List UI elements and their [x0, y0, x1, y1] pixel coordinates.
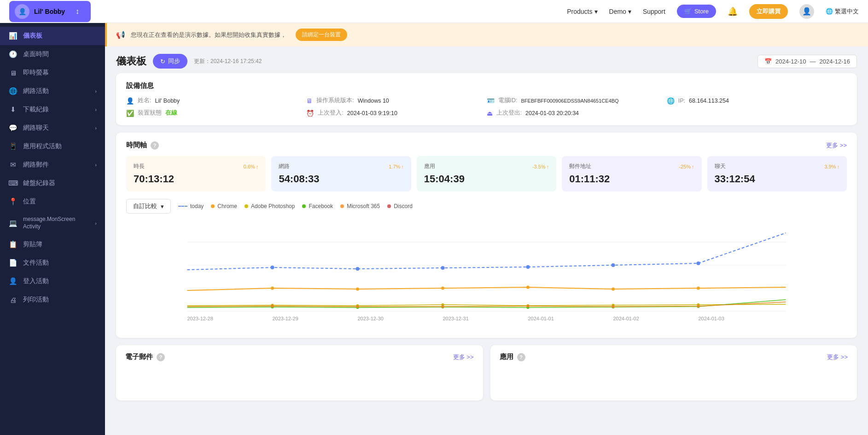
sync-icon: ↻ [160, 58, 165, 65]
mail-icon: ✉ [8, 161, 17, 169]
demo-banner: 📢 您現在正在查看的是演示數據。如果想開始收集真實數據， 請綁定一台裝置 [105, 23, 868, 46]
chart-controls: 自訂比較 ▾ today Chrome Adobe Photoshop [126, 199, 847, 214]
svg-text:2023-12-28: 2023-12-28 [187, 316, 213, 321]
date-range-picker[interactable]: 📅 2024-12-10 — 2024-12-16 [757, 55, 857, 68]
monitor-icon: 🖥 [306, 97, 313, 104]
screen-icon: 💻 [8, 219, 17, 227]
sidebar-item-monscreen[interactable]: 💻 message.MonScreen Activity › [0, 211, 105, 235]
svg-point-8 [612, 263, 615, 267]
user-circle-icon: 👤 [126, 97, 134, 104]
app-more-link[interactable]: 更多 >> [827, 353, 848, 361]
sidebar-item-file-activity[interactable]: 📄 文件活動 [0, 254, 105, 272]
store-icon: 🛒 [684, 8, 692, 15]
svg-point-28 [271, 305, 274, 307]
chevron-right-icon: › [95, 162, 97, 168]
dashboard-header: 儀表板 ↻ 同步 更新：2024-12-16 17:25:42 📅 2024-1… [105, 46, 868, 73]
stat-label-chat: 聊天 3.9% ↑ [715, 162, 839, 170]
logo-icon-btn[interactable]: ↕ [70, 4, 85, 19]
date-from: 2024-12-10 [775, 58, 806, 65]
bind-device-button[interactable]: 請綁定一台裝置 [296, 29, 347, 41]
email-card-title: 電子郵件 ? [125, 353, 165, 361]
nav-support[interactable]: Support [643, 8, 665, 15]
bottom-cards: 電子郵件 ? 更多 >> 應用 ? 更多 >> [116, 345, 857, 400]
sidebar-item-network-activity[interactable]: 🌐 網路活動 › [0, 82, 105, 100]
svg-point-4 [271, 266, 274, 269]
status-icon: ✅ [126, 110, 134, 117]
sidebar-item-web-mail[interactable]: ✉ 網路郵件 › [0, 156, 105, 174]
email-more-link[interactable]: 更多 >> [453, 353, 474, 361]
language-selector[interactable]: 🌐 繁選中文 [826, 7, 859, 16]
banner-text: 您現在正在查看的是演示數據。如果想開始收集真實數據， [131, 31, 286, 39]
chevron-right-icon: › [95, 107, 97, 112]
chart-dropdown[interactable]: 自訂比較 ▾ [126, 199, 171, 214]
svg-point-30 [442, 305, 444, 308]
megaphone-icon: 📢 [116, 30, 125, 39]
chevron-down-icon: ▾ [628, 8, 631, 15]
clock-icon: 🕐 [8, 50, 17, 58]
user-icon: 👤 [8, 277, 17, 285]
top-navigation: 👤 Lil' Bobby ↕ Products ▾ Demo ▾ Support… [0, 0, 868, 23]
svg-point-29 [356, 305, 359, 308]
chevron-right-icon: › [95, 125, 97, 131]
legend-facebook: Facebook [302, 203, 333, 209]
app-card-title: 應用 ? [500, 353, 525, 361]
keyboard-icon: ⌨ [8, 179, 17, 187]
svg-text:2024-01-03: 2024-01-03 [699, 316, 724, 321]
nav-demo[interactable]: Demo ▾ [609, 8, 631, 15]
sidebar-item-clipboard[interactable]: 📋 剪貼簿 [0, 235, 105, 254]
stat-label-duration: 時長 0.6% ↑ [134, 162, 258, 170]
device-status: ✅ 裝置狀態 在線 [126, 109, 306, 117]
svg-point-7 [526, 265, 530, 269]
timeline-title: 時間軸 ? [126, 141, 159, 150]
svg-text:2023-12-31: 2023-12-31 [443, 316, 469, 321]
stat-card-network: 網路 1.7% ↑ 54:08:33 [271, 156, 411, 191]
device-info-card: 設備信息 👤 姓名: Lil' Bobby 🖥 操作系統版本: Windows … [116, 73, 857, 125]
timeline-help-icon[interactable]: ? [151, 141, 159, 150]
app-help-icon[interactable]: ? [517, 353, 525, 361]
user-avatar[interactable]: 👤 [799, 4, 814, 19]
sidebar-item-print-activity[interactable]: 🖨 列印活動 [0, 290, 105, 309]
legend-dot-microsoft [340, 204, 344, 208]
notification-bell-icon[interactable]: 🔔 [728, 6, 738, 17]
arrow-up-icon: ↑ [256, 164, 259, 169]
stat-card-email: 郵件地址 -25% ↑ 01:11:32 [562, 156, 701, 191]
sidebar-item-keyboard[interactable]: ⌨ 鍵盤紀錄器 [0, 174, 105, 192]
email-help-icon[interactable]: ? [157, 353, 165, 361]
stat-change-network: 1.7% ↑ [389, 164, 404, 169]
svg-text:2024-01-01: 2024-01-01 [528, 316, 554, 321]
svg-point-32 [612, 305, 615, 308]
print-icon: 🖨 [8, 296, 17, 304]
sidebar-item-location[interactable]: 📍 位置 [0, 192, 105, 211]
content-area: 📢 您現在正在查看的是演示數據。如果想開始收集真實數據， 請綁定一台裝置 儀表板… [105, 23, 868, 435]
svg-text:2024-01-02: 2024-01-02 [613, 316, 639, 321]
calendar-icon: 📅 [764, 58, 772, 65]
sidebar-item-network-chat[interactable]: 💬 網路聊天 › [0, 119, 105, 137]
legend-discord: Discord [387, 203, 413, 209]
sidebar-item-dashboard[interactable]: 📊 儀表板 [0, 27, 105, 45]
store-button[interactable]: 🛒 Store [677, 5, 716, 18]
device-last-login: ⏰ 上次登入: 2024-01-03 9:19:10 [306, 109, 486, 117]
svg-point-5 [356, 267, 360, 271]
svg-point-15 [697, 287, 700, 290]
download-icon: ⬇ [8, 105, 17, 114]
update-time: 更新：2024-12-16 17:25:42 [194, 58, 262, 65]
arrow-up-icon: ↑ [547, 164, 549, 169]
device-os: 🖥 操作系統版本: Windows 10 [306, 97, 486, 104]
logo-avatar: 👤 [15, 4, 29, 19]
legend-dot-facebook [302, 204, 306, 208]
device-last-logout: ⏏ 上次登出: 2024-01-03 20:20:34 [487, 109, 667, 117]
sidebar: 📊 儀表板 🕐 桌面時間 🖥 即時螢幕 🌐 網路活動 › ⬇ 下載紀錄 › [0, 23, 105, 435]
nav-products[interactable]: Products ▾ [567, 8, 597, 15]
sidebar-item-downloads[interactable]: ⬇ 下載紀錄 › [0, 100, 105, 119]
page-title: 儀表板 [116, 54, 146, 68]
sidebar-item-login-activity[interactable]: 👤 登入活動 [0, 272, 105, 290]
arrow-up-icon: ↑ [401, 164, 404, 169]
device-name: 👤 姓名: Lil' Bobby [126, 97, 306, 104]
sidebar-item-screen-time[interactable]: 🕐 桌面時間 [0, 45, 105, 64]
sidebar-item-instant-screen[interactable]: 🖥 即時螢幕 [0, 64, 105, 82]
sidebar-item-app-activity[interactable]: 📱 應用程式活動 [0, 137, 105, 156]
svg-point-11 [356, 288, 359, 291]
timeline-more-link[interactable]: 更多 >> [826, 141, 847, 150]
buy-button[interactable]: 立即購買 [749, 4, 788, 19]
sync-button[interactable]: ↻ 同步 [153, 54, 187, 69]
